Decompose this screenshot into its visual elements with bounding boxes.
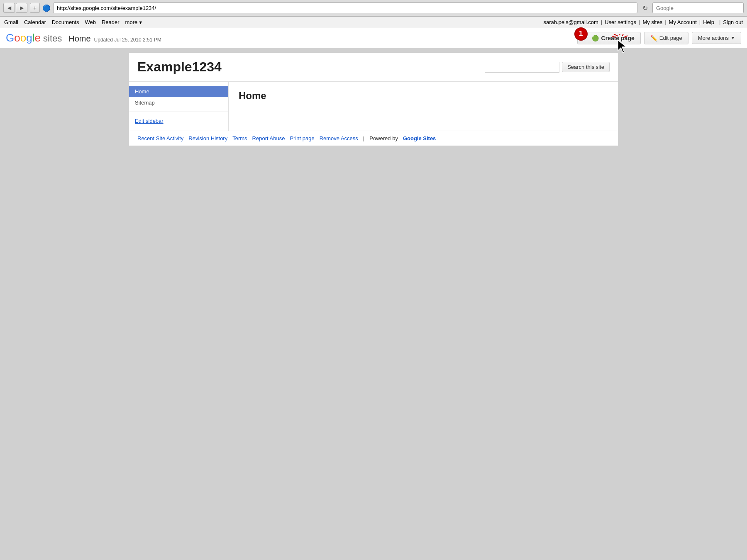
site-footer: Recent Site Activity Revision History Te… [129, 131, 618, 146]
create-page-wrapper: 1 🟢 Create page [577, 32, 641, 44]
nav-more-link[interactable]: more [125, 19, 138, 25]
create-page-button[interactable]: 1 🟢 Create page [577, 32, 641, 44]
google-topbar: Gmail Calendar Documents Web Reader more… [0, 17, 747, 28]
nav-reader[interactable]: Reader [102, 19, 120, 25]
back-button[interactable]: ◀ [3, 3, 15, 13]
google-o2: o [20, 32, 26, 44]
user-email: sarah.pels@gmail.com [543, 19, 598, 25]
footer-report-abuse[interactable]: Report Abuse [252, 135, 285, 141]
site-search-input[interactable] [485, 62, 559, 73]
nav-sign-out[interactable]: Sign out [723, 19, 743, 25]
page-heading: Home [239, 90, 608, 102]
nav-my-sites[interactable]: My sites [643, 19, 663, 25]
sidebar: Home Sitemap Edit sidebar [129, 82, 229, 131]
updated-text: Updated Jul 25, 2010 2:51 PM [94, 37, 161, 43]
new-tab-button[interactable]: + [30, 3, 40, 13]
page-content: Home [229, 82, 618, 131]
address-bar[interactable] [53, 2, 637, 13]
google-g: G [6, 32, 14, 44]
nav-calendar[interactable]: Calendar [24, 19, 46, 25]
browser-search-input[interactable] [652, 2, 744, 13]
loading-icon: 🔵 [42, 4, 51, 12]
sidebar-divider [129, 112, 228, 112]
footer-terms[interactable]: Terms [232, 135, 247, 141]
site-container: Example1234 Search this site Home Sitema… [129, 52, 618, 146]
nav-help[interactable]: Help [703, 19, 714, 25]
sidebar-item-sitemap[interactable]: Sitemap [129, 97, 228, 108]
nav-gmail[interactable]: Gmail [4, 19, 18, 25]
browser-toolbar: ◀ ▶ + 🔵 ↻ [0, 0, 747, 16]
google-logo: Google [6, 32, 41, 44]
powered-by-text: Powered by [369, 135, 398, 141]
create-page-label: Create page [601, 35, 635, 41]
refresh-button[interactable]: ↻ [640, 3, 650, 13]
footer-revision-history[interactable]: Revision History [188, 135, 227, 141]
nav-more[interactable]: more ▼ [125, 19, 143, 25]
browser-chrome: ◀ ▶ + 🔵 ↻ [0, 0, 747, 17]
site-name: Example1234 [137, 59, 222, 75]
create-badge: 1 [574, 27, 588, 41]
google-nav-right: sarah.pels@gmail.com | User settings | M… [543, 19, 743, 25]
footer-print-page[interactable]: Print page [290, 135, 314, 141]
sites-logo-area: Google sites Home Updated Jul 25, 2010 2… [6, 32, 161, 44]
nav-more-arrow: ▼ [138, 20, 143, 25]
header-buttons: 1 🟢 Create page ✏️ Edit page More action… [577, 32, 741, 44]
site-title-bar: Example1234 Search this site [129, 53, 618, 82]
sidebar-item-home[interactable]: Home [129, 86, 228, 97]
create-page-icon: 🟢 [592, 35, 599, 41]
footer-recent-activity[interactable]: Recent Site Activity [137, 135, 183, 141]
forward-button[interactable]: ▶ [16, 3, 27, 13]
more-actions-button[interactable]: More actions ▼ [692, 32, 741, 44]
page-home-label: Home [68, 34, 90, 44]
pencil-icon: ✏️ [650, 35, 657, 41]
sites-label: sites [41, 33, 62, 44]
site-search-button[interactable]: Search this site [562, 62, 610, 72]
main-content: Example1234 Search this site Home Sitema… [0, 48, 747, 150]
edit-page-button[interactable]: ✏️ Edit page [644, 32, 688, 44]
more-actions-label: More actions [698, 35, 729, 41]
edit-page-label: Edit page [659, 35, 682, 41]
nav-buttons: ◀ ▶ [3, 3, 27, 13]
footer-remove-access[interactable]: Remove Access [320, 135, 358, 141]
nav-documents[interactable]: Documents [52, 19, 79, 25]
content-layout: Home Sitemap Edit sidebar Home [129, 82, 618, 131]
google-e: e [34, 32, 40, 44]
sidebar-sitemap-link[interactable]: Sitemap [135, 100, 155, 106]
nav-web[interactable]: Web [85, 19, 96, 25]
google-g2: g [26, 32, 32, 44]
google-nav-left: Gmail Calendar Documents Web Reader more… [4, 19, 143, 25]
nav-user-settings[interactable]: User settings [605, 19, 636, 25]
nav-my-account[interactable]: My Account [669, 19, 697, 25]
site-search-area: Search this site [485, 62, 610, 73]
google-sites-link[interactable]: Google Sites [403, 135, 436, 141]
sidebar-home-label: Home [135, 88, 149, 95]
edit-sidebar-link[interactable]: Edit sidebar [135, 118, 164, 124]
google-o1: o [14, 32, 20, 44]
more-actions-arrow: ▼ [731, 36, 735, 40]
sidebar-edit-link-area: Edit sidebar [129, 115, 228, 127]
sites-header: Google sites Home Updated Jul 25, 2010 2… [0, 28, 747, 48]
